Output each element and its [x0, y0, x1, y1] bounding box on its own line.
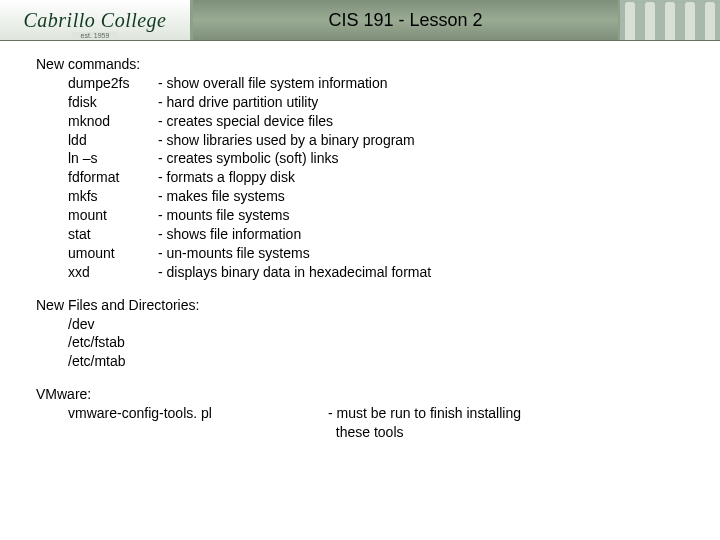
- command-row: mkfs - makes file systems: [36, 187, 690, 206]
- command-name: xxd: [36, 263, 158, 282]
- command-name: mkfs: [36, 187, 158, 206]
- slide-body: New commands: dumpe2fs - show overall fi…: [0, 41, 720, 442]
- command-desc: - displays binary data in hexadecimal fo…: [158, 263, 690, 282]
- command-name: fdisk: [36, 93, 158, 112]
- vmware-desc-line: - must be run to finish installing: [328, 404, 690, 423]
- file-item: /etc/fstab: [36, 333, 690, 352]
- command-row: xxd - displays binary data in hexadecima…: [36, 263, 690, 282]
- command-desc: - show overall file system information: [158, 74, 690, 93]
- command-desc: - show libraries used by a binary progra…: [158, 131, 690, 150]
- slide-header: Cabrillo College est. 1959 CIS 191 - Les…: [0, 0, 720, 41]
- vmware-row: vmware-config-tools. pl - must be run to…: [36, 404, 690, 442]
- command-row: dumpe2fs - show overall file system info…: [36, 74, 690, 93]
- command-desc: - mounts file systems: [158, 206, 690, 225]
- command-name: dumpe2fs: [36, 74, 158, 93]
- slide-title: CIS 191 - Lesson 2: [193, 10, 618, 31]
- command-name: mount: [36, 206, 158, 225]
- command-row: fdisk - hard drive partition utility: [36, 93, 690, 112]
- vmware-desc-line: these tools: [328, 423, 690, 442]
- command-row: stat - shows file information: [36, 225, 690, 244]
- command-row: mount - mounts file systems: [36, 206, 690, 225]
- college-logo: Cabrillo College est. 1959: [0, 0, 193, 40]
- command-desc: - makes file systems: [158, 187, 690, 206]
- command-name: fdformat: [36, 168, 158, 187]
- command-row: mknod - creates special device files: [36, 112, 690, 131]
- command-desc: - shows file information: [158, 225, 690, 244]
- new-commands-section: New commands: dumpe2fs - show overall fi…: [36, 55, 690, 282]
- command-row: fdformat - formats a floppy disk: [36, 168, 690, 187]
- header-decoration: [618, 0, 720, 40]
- command-row: ln –s - creates symbolic (soft) links: [36, 149, 690, 168]
- file-item: /dev: [36, 315, 690, 334]
- command-name: stat: [36, 225, 158, 244]
- vmware-desc: - must be run to finish installing these…: [328, 404, 690, 442]
- vmware-heading: VMware:: [36, 385, 690, 404]
- command-desc: - un-mounts file systems: [158, 244, 690, 263]
- command-desc: - formats a floppy disk: [158, 168, 690, 187]
- command-desc: - creates special device files: [158, 112, 690, 131]
- command-name: mknod: [36, 112, 158, 131]
- vmware-section: VMware: vmware-config-tools. pl - must b…: [36, 385, 690, 442]
- command-name: ldd: [36, 131, 158, 150]
- command-name: umount: [36, 244, 158, 263]
- command-row: ldd - show libraries used by a binary pr…: [36, 131, 690, 150]
- command-row: umount - un-mounts file systems: [36, 244, 690, 263]
- file-item: /etc/mtab: [36, 352, 690, 371]
- logo-text: Cabrillo College: [24, 9, 167, 32]
- new-files-section: New Files and Directories: /dev /etc/fst…: [36, 296, 690, 372]
- files-heading: New Files and Directories:: [36, 296, 690, 315]
- command-desc: - hard drive partition utility: [158, 93, 690, 112]
- command-name: ln –s: [36, 149, 158, 168]
- commands-heading: New commands:: [36, 55, 690, 74]
- command-desc: - creates symbolic (soft) links: [158, 149, 690, 168]
- vmware-command: vmware-config-tools. pl: [36, 404, 328, 442]
- logo-est: est. 1959: [73, 32, 118, 39]
